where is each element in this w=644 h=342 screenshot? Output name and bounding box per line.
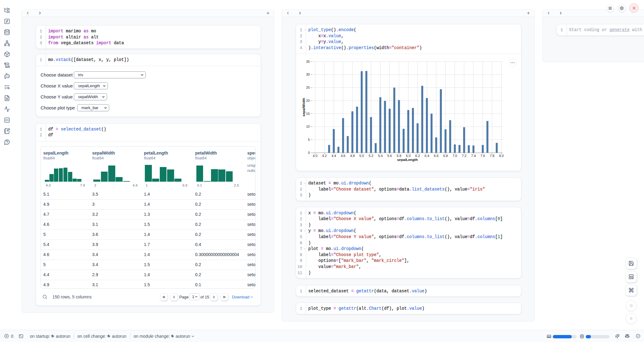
svg-text:0: 0 [308,151,310,155]
svg-text:6.4: 6.4 [424,154,429,158]
svg-text:7.0: 7.0 [453,154,457,158]
svg-text:5.4: 5.4 [378,154,383,158]
svg-text:7.2: 7.2 [462,154,466,158]
svg-text:5: 5 [308,138,310,141]
svg-text:sepalLength: sepalLength [397,158,418,162]
svg-text:5.6: 5.6 [387,154,392,158]
svg-text:6.0: 6.0 [406,154,410,158]
svg-text:5.2: 5.2 [369,154,373,158]
svg-text:7.6: 7.6 [481,154,485,158]
svg-text:6.6: 6.6 [434,154,438,158]
svg-text:15: 15 [306,112,310,116]
svg-text:8.0: 8.0 [499,154,504,158]
svg-text:7.4: 7.4 [471,154,476,158]
svg-text:6.8: 6.8 [443,154,448,158]
svg-text:20: 20 [306,99,310,102]
svg-text:4.0: 4.0 [313,154,317,158]
svg-text:35: 35 [306,60,310,63]
svg-text:4.4: 4.4 [331,154,336,158]
svg-text:6.2: 6.2 [415,154,420,158]
svg-text:4.2: 4.2 [322,154,327,158]
svg-text:7.8: 7.8 [490,154,494,158]
svg-text:25: 25 [306,86,310,89]
svg-text:4.8: 4.8 [350,154,355,158]
svg-text:5.8: 5.8 [397,154,401,158]
svg-text:4.6: 4.6 [341,154,345,158]
svg-text:sepalWidth: sepalWidth [302,98,306,116]
svg-text:30: 30 [306,73,310,77]
svg-text:5.0: 5.0 [360,154,364,158]
svg-text:10: 10 [306,125,310,129]
